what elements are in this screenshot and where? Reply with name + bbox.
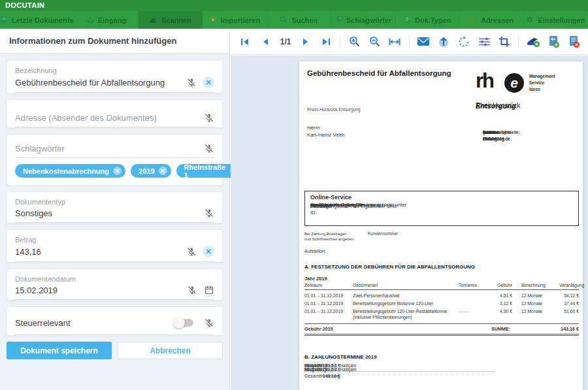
fees-table-row: 01.01. - 31.12.2019 Zwei-Personenhaushal…: [304, 293, 579, 298]
tab-eingang[interactable]: Eingang: [74, 11, 139, 29]
tab-label: Importieren: [221, 16, 261, 24]
fees-table-header: Zeitraum Gebührenart Tonnennr. Gebühr Be…: [304, 283, 579, 290]
gear-icon: [526, 16, 534, 25]
zoom-in-button[interactable]: [346, 33, 363, 50]
inbox-icon: [86, 16, 94, 25]
clear-betrag-button[interactable]: ✕: [203, 246, 214, 257]
mic-off-icon[interactable]: [187, 285, 197, 295]
bezeichnung-input[interactable]: Gebührenbescheid für Abfallentsorgung: [15, 78, 180, 88]
tab-label: Adressen: [481, 16, 514, 24]
scanner-icon: [149, 16, 157, 25]
previous-page-button[interactable]: [257, 33, 274, 50]
betrag-input[interactable]: 143,16: [15, 247, 180, 257]
remove-chip-icon[interactable]: ✕: [113, 167, 122, 175]
tab-einstellungen[interactable]: Einstellungen: [524, 11, 588, 29]
crop-button[interactable]: [496, 33, 512, 50]
doc-title: Gebührenbescheid für Abfallentsorgung: [307, 69, 451, 77]
keyword-chip[interactable]: Nebenkostenabrechnung ✕: [15, 164, 125, 178]
logo-e-mark: e: [504, 73, 524, 93]
payment-schedule: Hauptfälligkeit 1. Halbjahr fällig am 01…: [304, 363, 494, 378]
add-page-button[interactable]: [545, 33, 561, 50]
tag-icon: [335, 16, 342, 25]
fees-table-total: Gebühr 2019 SUMME: 143,16 €: [304, 323, 579, 336]
page-indicator: 1/1: [280, 37, 291, 46]
document-info-panel: Informationen zum Dokument hinzufügen Be…: [0, 29, 230, 390]
tab-label: Einstellungen: [538, 16, 585, 24]
keyword-chips: Nebenkostenabrechnung ✕ 2019 ✕ Rheinstra…: [15, 158, 214, 185]
document-preview-area[interactable]: Gebührenbescheid für Abfallentsorgung rh…: [231, 56, 588, 390]
steuerrelevant-label: Steuerrelevant: [15, 318, 175, 328]
dokumententyp-label: Dokumententyp: [15, 197, 214, 206]
zoom-out-button[interactable]: [367, 33, 383, 50]
logo-tagline: Ideen: [529, 86, 540, 92]
email-button[interactable]: [416, 33, 432, 50]
main-tabbar: Letzte Dokumente Eingang Scannen Importi…: [0, 11, 588, 29]
mic-off-icon[interactable]: [204, 208, 214, 218]
panel-title: Informationen zum Dokument hinzufügen: [0, 29, 229, 54]
rotate-button[interactable]: [456, 33, 472, 50]
tab-label: Dok.Typen: [415, 16, 451, 24]
adresse-card: Adresse (Absender des Dokumentes): [7, 99, 223, 128]
toolbar-separator: [340, 35, 340, 48]
logo-rh-text: rh: [476, 69, 493, 93]
first-page-button[interactable]: [237, 33, 253, 50]
section-a-heading: A. FESTSETZUNG DER GEBÜHREN FÜR DIE ABFA…: [304, 264, 475, 270]
document-types-icon: [403, 16, 411, 25]
recent-documents-icon: [0, 16, 8, 25]
dokumententyp-input[interactable]: Sonstiges: [15, 208, 197, 218]
recipient-block: Herrn Karl-Heinz Veith: [307, 124, 344, 138]
tab-label: Scannen: [161, 16, 191, 24]
last-page-button[interactable]: [318, 33, 334, 50]
dokumentendatum-input[interactable]: 15.02.2019: [15, 285, 180, 295]
tab-label: Suchen: [291, 16, 318, 24]
app-title: DOCUTAIN: [0, 0, 588, 11]
mic-off-icon[interactable]: [204, 143, 214, 154]
toolbar-separator: [518, 35, 519, 48]
tab-letzte-dokumente[interactable]: Letzte Dokumente: [0, 11, 74, 29]
mic-off-icon[interactable]: [186, 246, 197, 257]
logo-tagline: Management: [529, 73, 555, 79]
chip-label: Rheinstraße 1: [184, 163, 227, 179]
adjustments-button[interactable]: [476, 33, 493, 50]
remove-chip-icon[interactable]: ✕: [159, 167, 167, 175]
steuerrelevant-toggle[interactable]: [175, 319, 193, 327]
delete-page-button[interactable]: [565, 33, 581, 50]
calendar-icon[interactable]: [204, 285, 214, 295]
chip-label: Nebenkostenabrechnung: [23, 167, 109, 175]
mic-off-icon[interactable]: [204, 317, 214, 328]
form-cards: Bezeichnung Gebührenbescheid für Abfalle…: [0, 54, 229, 390]
rhe-logo: rh e Management Service Ideen RheinHunsr…: [476, 65, 579, 118]
betrag-label: Betrag: [15, 235, 214, 244]
tab-adressen[interactable]: Adressen: [459, 11, 523, 29]
upload-button[interactable]: [436, 33, 452, 50]
logo-tagline: Service: [529, 80, 544, 86]
import-icon: [209, 16, 217, 25]
fit-width-button[interactable]: [387, 33, 403, 50]
tab-dok-typen[interactable]: Dok.Typen: [395, 11, 459, 29]
tab-scannen[interactable]: Scannen: [139, 11, 203, 29]
section-b-heading: B. ZAHLUNGSTERMINE 2019: [304, 354, 377, 360]
dokumententyp-card: Dokumententyp Sonstiges: [7, 191, 223, 223]
tab-importieren[interactable]: Importieren: [203, 11, 267, 29]
keyword-chip[interactable]: 2019 ✕: [131, 164, 171, 178]
cancel-button[interactable]: Abbrechen: [118, 342, 223, 359]
document-page[interactable]: Gebührenbescheid für Abfallentsorgung rh…: [299, 61, 583, 390]
clear-bezeichnung-button[interactable]: ✕: [203, 76, 214, 88]
tab-suchen[interactable]: Suchen: [267, 11, 331, 29]
tab-schlagwoerter[interactable]: Schlagwörter: [331, 11, 395, 29]
schlagwoerter-input[interactable]: Schlagwörter: [15, 144, 197, 154]
customer-number-label: Kundennummer: [368, 231, 398, 236]
bezeichnung-card: Bezeichnung Gebührenbescheid für Abfalle…: [7, 60, 223, 93]
tab-label: Eingang: [98, 16, 126, 24]
fees-table-row: 01.01. - 31.12.2019 Bereitstellungsgebüh…: [304, 309, 579, 320]
search-icon: [280, 16, 287, 25]
online-service-title: Online-Service: [310, 194, 573, 201]
mic-off-icon[interactable]: [204, 112, 214, 123]
next-page-button[interactable]: [297, 33, 314, 50]
save-document-button[interactable]: Dokument speichern: [7, 342, 112, 359]
adresse-input[interactable]: Adresse (Absender des Dokumentes): [15, 113, 197, 123]
document-viewer: 1/1 Gebührenbescheid für Abfallentsorgun…: [231, 29, 588, 390]
add-scan-button[interactable]: [525, 33, 541, 50]
mic-off-icon[interactable]: [186, 77, 197, 88]
dokumentendatum-label: Dokumentendatum: [15, 274, 214, 283]
